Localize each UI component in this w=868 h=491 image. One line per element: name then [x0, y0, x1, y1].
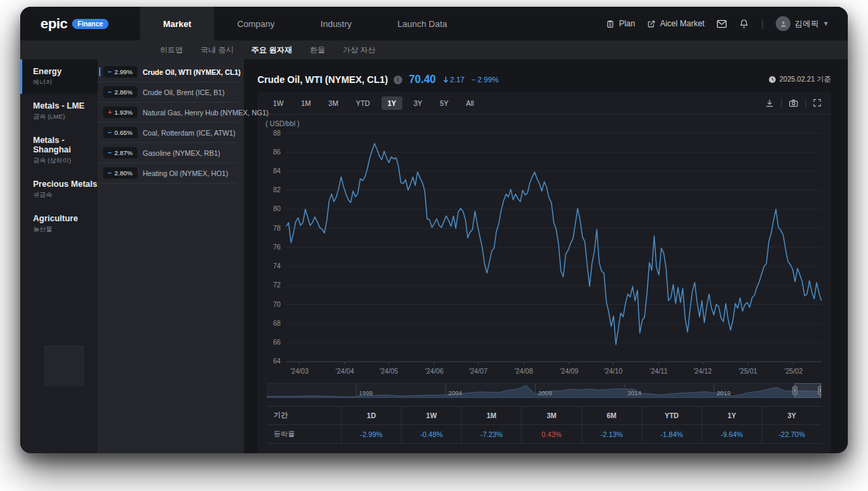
- svg-text:'24/06: '24/06: [425, 368, 444, 375]
- sidebar-item-precious-metals[interactable]: Precious Metals 귀금속: [20, 172, 98, 206]
- subnav-key-commodities[interactable]: 주요 원자재: [251, 45, 292, 55]
- avatar: [776, 16, 790, 31]
- sidebar-item-energy[interactable]: Energy 에너지: [20, 59, 98, 94]
- list-item-natural-gas[interactable]: +1.93% Natural Gas, Henry Hub (NYMEX, NG…: [98, 103, 237, 123]
- range-3m-button[interactable]: 3M: [322, 96, 344, 110]
- chevron-down-icon: ▼: [823, 20, 829, 27]
- person-icon: [780, 20, 787, 28]
- svg-text:88: 88: [273, 129, 281, 136]
- range-navigator[interactable]: 19992004200920142019: [267, 383, 822, 398]
- sidebar-placeholder-block: [44, 345, 84, 386]
- change-badge: +1.93%: [103, 107, 137, 118]
- svg-text:'24/07: '24/07: [469, 368, 488, 375]
- toolbar-divider: [781, 98, 782, 107]
- topbar-divider: |: [761, 18, 764, 29]
- range-ytd-button[interactable]: YTD: [350, 96, 376, 110]
- svg-text:72: 72: [273, 281, 281, 289]
- content-area: Energy 에너지 Metals - LME 금속 (LME) Metals …: [20, 59, 848, 453]
- svg-text:78: 78: [273, 224, 281, 231]
- chart-header: Crude Oil, WTI (NYMEX, CL1) i 70.40 2.17…: [257, 69, 831, 90]
- subnav-crypto[interactable]: 가상 자산: [342, 45, 375, 55]
- change-badge: −2.86%: [103, 86, 137, 98]
- clock-icon: [768, 76, 776, 84]
- minus-icon: −: [108, 89, 112, 96]
- info-icon[interactable]: i: [394, 76, 402, 84]
- aicel-market-link[interactable]: Aicel Market: [647, 19, 704, 28]
- list-item-crude-brent[interactable]: −2.86% Crude Oil, Brent (ICE, B1): [98, 82, 237, 103]
- svg-text:'24/09: '24/09: [560, 368, 579, 375]
- svg-text:2019: 2019: [716, 390, 731, 397]
- logo-text: epic: [40, 16, 67, 32]
- topbar-right: Plan Aicel Market | 김에픽 ▼: [606, 7, 848, 40]
- clipboard-icon: [606, 20, 615, 28]
- svg-text:'24/10: '24/10: [604, 368, 623, 375]
- list-item-gasoline[interactable]: −2.87% Gasoline (NYMEX, RB1): [98, 143, 237, 163]
- download-icon[interactable]: [765, 98, 774, 108]
- sidebar-item-agriculture[interactable]: Agriculture 농산물: [20, 206, 98, 241]
- toolbar-icons: [765, 98, 822, 108]
- page-title: Crude Oil, WTI (NYMEX, CL1): [257, 74, 388, 85]
- fullscreen-icon[interactable]: [813, 98, 822, 107]
- current-price: 70.40: [409, 74, 436, 86]
- svg-text:84: 84: [273, 167, 281, 175]
- range-5y-button[interactable]: 5Y: [434, 96, 455, 110]
- category-sidebar: Energy 에너지 Metals - LME 금속 (LME) Metals …: [20, 59, 98, 453]
- profile-menu[interactable]: 김에픽 ▼: [776, 16, 829, 31]
- commodity-list: −2.99% Crude Oil, WTI (NYMEX, CL1) −2.86…: [98, 59, 244, 453]
- range-1y-button[interactable]: 1Y: [381, 96, 402, 110]
- chart-toolbar: 1W 1M 3M YTD 1Y 3Y 5Y All: [257, 92, 831, 115]
- change-badge: −0.65%: [103, 127, 137, 138]
- finance-badge: Finance: [72, 19, 108, 29]
- svg-text:'25/02: '25/02: [784, 368, 803, 375]
- svg-text:'24/11: '24/11: [650, 368, 668, 375]
- svg-text:68: 68: [273, 320, 281, 327]
- external-link-icon: [647, 20, 656, 28]
- svg-text:'24/05: '24/05: [379, 368, 398, 375]
- tab-company[interactable]: Company: [214, 7, 298, 40]
- table-row-label: 등락률: [267, 425, 341, 443]
- change-badge: −2.80%: [103, 167, 137, 179]
- mail-icon: [716, 20, 727, 28]
- range-1m-button[interactable]: 1M: [295, 96, 317, 110]
- range-3y-button[interactable]: 3Y: [408, 96, 429, 110]
- tab-market[interactable]: Market: [140, 7, 214, 40]
- toolbar-divider: [805, 98, 806, 107]
- sidebar-item-metals-lme[interactable]: Metals - LME 금속 (LME): [20, 94, 98, 128]
- minus-icon: −: [108, 150, 112, 156]
- tab-industry[interactable]: Industry: [298, 7, 375, 40]
- subnav-heatmap[interactable]: 히트맵: [160, 45, 183, 55]
- svg-text:82: 82: [273, 186, 281, 194]
- list-item-heating-oil[interactable]: −2.80% Heating Oil (NYMEX, HO1): [98, 163, 237, 183]
- mail-button[interactable]: [716, 20, 727, 28]
- user-name: 김에픽: [795, 18, 819, 30]
- sidebar-item-metals-shanghai[interactable]: Metals - Shanghai 금속 (상하이): [20, 128, 98, 172]
- plus-icon: +: [108, 109, 112, 116]
- change-badge: −2.99%: [103, 66, 137, 78]
- minus-icon: −: [108, 129, 112, 136]
- subnav-fx[interactable]: 환율: [309, 45, 325, 55]
- main-nav: Market Company Industry Launch Data: [140, 7, 470, 40]
- subnav-domestic-stocks[interactable]: 국내 증시: [201, 45, 234, 55]
- table-col-label: 기간: [267, 407, 341, 424]
- svg-text:2009: 2009: [538, 390, 552, 397]
- sub-nav: 히트맵 국내 증시 주요 원자재 환율 가상 자산: [20, 40, 848, 59]
- arrow-down-icon: [443, 76, 449, 83]
- list-item-coal[interactable]: −0.65% Coal, Rotterdam (ICE, ATW1): [98, 123, 237, 143]
- minus-icon: −: [108, 69, 112, 76]
- bell-icon: [739, 19, 749, 28]
- as-of-date: 2025.02.21 기준: [768, 75, 831, 84]
- tab-launch-data[interactable]: Launch Data: [375, 7, 470, 40]
- range-all-button[interactable]: All: [460, 96, 480, 110]
- price-chart[interactable]: ( USD/bbl )88868482807876747270686664'24…: [257, 115, 831, 382]
- table-value-row: 등락률 -2.99% -0.48% -7.23% 0.43% -2.13% -1…: [267, 425, 822, 443]
- svg-text:'24/08: '24/08: [514, 368, 533, 375]
- notifications-button[interactable]: [739, 19, 749, 28]
- brand-logo[interactable]: epic Finance: [20, 7, 140, 40]
- range-1w-button[interactable]: 1W: [267, 96, 290, 110]
- camera-icon[interactable]: [788, 98, 799, 108]
- list-item-crude-wti[interactable]: −2.99% Crude Oil, WTI (NYMEX, CL1): [98, 62, 237, 82]
- plan-button[interactable]: Plan: [606, 19, 635, 28]
- svg-text:2004: 2004: [448, 390, 462, 397]
- svg-text:80: 80: [273, 205, 281, 212]
- svg-text:76: 76: [273, 243, 281, 251]
